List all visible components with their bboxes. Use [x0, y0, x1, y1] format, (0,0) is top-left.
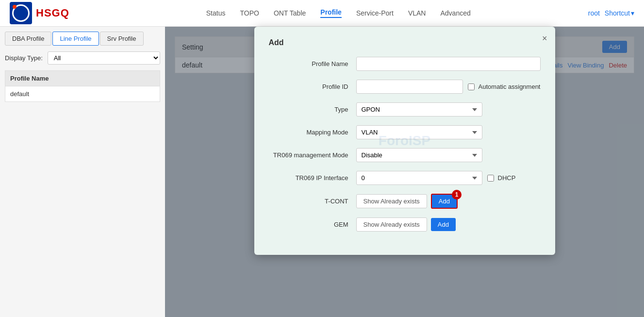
- tr069-ip-select[interactable]: 0: [356, 171, 482, 185]
- gem-show-exists-button[interactable]: Show Already exists: [356, 217, 427, 232]
- gem-label: GEM: [269, 221, 356, 228]
- tcont-add-button[interactable]: Add 1: [431, 194, 458, 209]
- tcont-badge: 1: [452, 190, 462, 200]
- profile-name-input[interactable]: [356, 57, 541, 71]
- profile-tabs: DBA Profile Line Profile Srv Profile: [5, 32, 160, 46]
- tr069-ip-row: TR069 IP Interface 0 DHCP: [269, 171, 541, 185]
- gem-row: GEM Show Already exists Add: [269, 217, 541, 232]
- nav-status[interactable]: Status: [206, 9, 226, 17]
- dhcp-checkbox[interactable]: [487, 175, 494, 182]
- tcont-label: T-CONT: [269, 198, 356, 205]
- mapping-mode-row: Mapping Mode VLAN: [269, 125, 541, 139]
- tr069-mode-select[interactable]: Disable: [356, 148, 482, 162]
- type-label: Type: [269, 106, 356, 113]
- nav-advanced[interactable]: Advanced: [440, 9, 470, 17]
- auto-assignment-group: Automatic assignment: [468, 83, 541, 90]
- tr069-mode-row: TR069 management Mode Disable: [269, 148, 541, 162]
- type-select[interactable]: GPON: [356, 102, 482, 117]
- shortcut-label: Shortcut: [605, 9, 630, 17]
- mapping-mode-select[interactable]: VLAN: [356, 125, 482, 139]
- display-type-label: Display Type:: [5, 54, 43, 62]
- auto-assignment-label: Automatic assignment: [479, 83, 541, 90]
- modal: Add × Profile Name Profile ID Automatic …: [254, 27, 555, 255]
- tr069-mode-label: TR069 management Mode: [269, 151, 356, 159]
- tcont-show-exists-button[interactable]: Show Already exists: [356, 194, 427, 208]
- header-user[interactable]: root: [588, 9, 600, 17]
- profile-id-row: Profile ID Automatic assignment: [269, 80, 541, 94]
- main-area: DBA Profile Line Profile Srv Profile Dis…: [0, 27, 644, 317]
- modal-close-button[interactable]: ×: [542, 33, 547, 44]
- left-panel: DBA Profile Line Profile Srv Profile Dis…: [0, 27, 165, 317]
- gem-add-button[interactable]: Add: [431, 218, 456, 231]
- logo-text: HSGQ: [36, 7, 69, 19]
- header: HSGQ Status TOPO ONT Table Profile Servi…: [0, 0, 644, 27]
- profile-id-label: Profile ID: [269, 83, 356, 90]
- display-type-row: Display Type: All: [5, 51, 160, 65]
- nav-vlan[interactable]: VLAN: [408, 9, 426, 17]
- modal-overlay: Add × Profile Name Profile ID Automatic …: [165, 27, 644, 317]
- modal-title: Add: [269, 38, 541, 47]
- profile-name-label: Profile Name: [269, 60, 356, 67]
- tr069-ip-label: TR069 IP Interface: [269, 174, 356, 182]
- display-type-select[interactable]: All: [48, 51, 160, 65]
- logo-area: HSGQ: [10, 2, 69, 24]
- header-right: root Shortcut ▾: [588, 9, 634, 17]
- dhcp-group: DHCP: [487, 174, 516, 182]
- tab-srv-profile[interactable]: Srv Profile: [100, 32, 144, 46]
- profile-name-row: Profile Name: [269, 57, 541, 71]
- tab-dba-profile[interactable]: DBA Profile: [5, 32, 51, 46]
- dhcp-label: DHCP: [498, 174, 516, 182]
- profile-id-input[interactable]: [356, 80, 463, 94]
- left-table-header: Profile Name: [5, 70, 160, 86]
- tab-line-profile[interactable]: Line Profile: [52, 32, 99, 46]
- nav-service-port[interactable]: Service-Port: [356, 9, 394, 17]
- header-shortcut[interactable]: Shortcut ▾: [605, 9, 634, 17]
- nav-profile[interactable]: Profile: [320, 8, 342, 18]
- right-panel: Setting Add default View Details View Bi…: [165, 27, 644, 317]
- mapping-mode-label: Mapping Mode: [269, 129, 356, 136]
- logo-icon: [10, 2, 32, 24]
- tcont-row: T-CONT Show Already exists Add 1: [269, 194, 541, 209]
- nav-topo[interactable]: TOPO: [240, 9, 259, 17]
- left-table-row[interactable]: default: [5, 86, 160, 102]
- nav-links: Status TOPO ONT Table Profile Service-Po…: [89, 8, 588, 18]
- chevron-down-icon: ▾: [631, 9, 634, 17]
- type-row: Type GPON: [269, 102, 541, 117]
- auto-assignment-checkbox[interactable]: [468, 83, 475, 90]
- nav-ont-table[interactable]: ONT Table: [274, 9, 306, 17]
